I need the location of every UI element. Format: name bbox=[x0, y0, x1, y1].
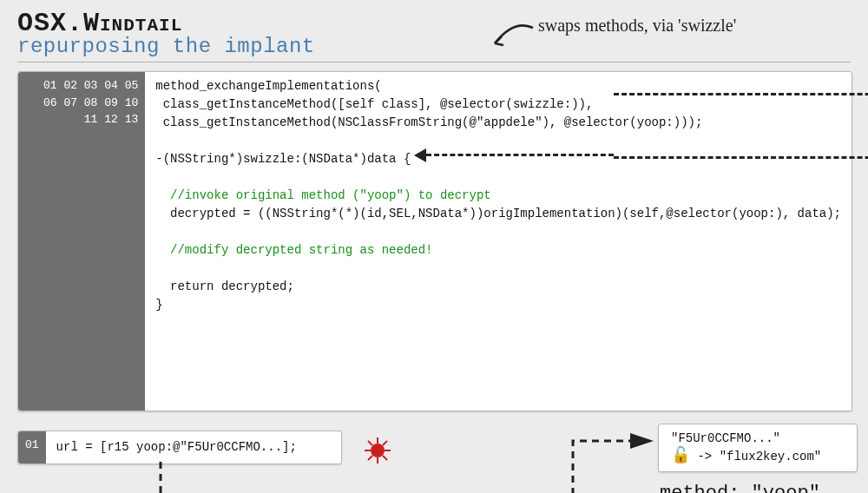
svg-line-5 bbox=[368, 441, 372, 445]
svg-line-6 bbox=[383, 456, 387, 460]
arrowhead-left-icon bbox=[414, 148, 426, 162]
line-gutter: 01 bbox=[18, 431, 46, 463]
virus-icon bbox=[363, 436, 392, 470]
yoop-method-box: "F5Ur0CCFMO..." 🔓 -> "flux2key.com" bbox=[658, 424, 858, 472]
annotation-swizzle: swaps methods, via 'swizzle' bbox=[538, 16, 736, 36]
code-body: method_exchangeImplementations( class_ge… bbox=[145, 72, 852, 411]
page-subtitle: repurposing the implant bbox=[17, 35, 851, 62]
svg-line-8 bbox=[368, 456, 372, 460]
code-body: url = [r15 yoop:@"F5Ur0CCFMO...]; bbox=[46, 431, 341, 463]
arrow-curve-icon bbox=[488, 17, 540, 52]
method-label-yoop: method: "yoop" bbox=[660, 483, 820, 493]
svg-point-9 bbox=[375, 448, 380, 453]
diagram-area: 01 url = [r15 yoop:@"F5Ur0CCFMO...]; "F5… bbox=[17, 424, 851, 493]
line-gutter: 01 02 03 04 05 06 07 08 09 10 11 12 13 bbox=[18, 72, 145, 411]
code-block-main: 01 02 03 04 05 06 07 08 09 10 11 12 13 m… bbox=[17, 71, 852, 411]
unlock-icon: 🔓 bbox=[671, 447, 690, 464]
dashed-line-icon bbox=[426, 154, 614, 156]
code-block-url: 01 url = [r15 yoop:@"F5Ur0CCFMO...]; bbox=[17, 431, 342, 464]
svg-line-7 bbox=[383, 441, 387, 445]
